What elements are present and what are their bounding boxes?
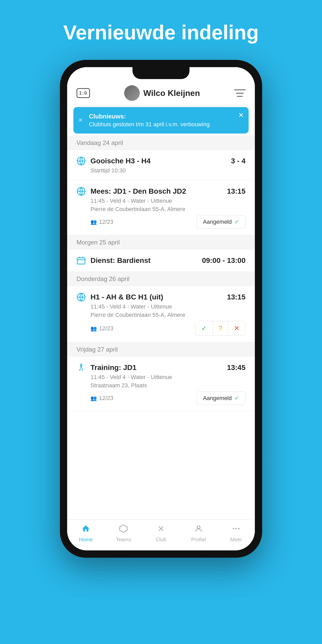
news-close-icon[interactable]: ✕: [238, 111, 244, 119]
event-bardienst: Dienst: Bardienst 09:00 - 13:00: [67, 250, 255, 272]
event-mees-jd1: Mees: JD1 - Den Bosch JD2 13:15 11:45 - …: [67, 180, 255, 235]
phone-frame: 1:0 Wilco Kleijnen ✕ Clubnieuws: Clubhui…: [60, 60, 262, 558]
aangemeld-button-1[interactable]: Aangemeld ✓: [197, 215, 246, 229]
event5-players: 👥 12/23: [90, 395, 113, 402]
svg-rect-2: [77, 258, 85, 264]
event1-title: Gooische H3 - H4: [90, 157, 151, 165]
players-icon-2: 👥: [90, 325, 97, 332]
svg-point-9: [235, 528, 237, 529]
user-name: Wilco Kleijnen: [143, 88, 200, 98]
nav-teams-label: Teams: [116, 537, 131, 543]
service-icon: [76, 256, 86, 265]
club-icon: [157, 524, 165, 535]
profile-section: Wilco Kleijnen: [90, 85, 234, 101]
event-h1-ahbc: H1 - AH & BC H1 (uit) 13:15 11:45 - Veld…: [67, 286, 255, 342]
players-icon: 👥: [90, 219, 97, 225]
event4-title: H1 - AH & BC H1 (uit): [90, 293, 163, 301]
news-body: Clubhuis gesloten t/m 31 april i.v.m. ve…: [89, 121, 233, 128]
phone-notch: [132, 67, 190, 79]
avatar-image: [124, 85, 140, 101]
event2-address: Pierre de Coubertinlaan 55-A, Almere: [76, 206, 246, 213]
nav-profiel-label: Profiel: [191, 537, 206, 543]
nav-club-label: Club: [156, 537, 166, 543]
nav-meer[interactable]: Meer: [217, 524, 255, 543]
nav-meer-label: Meer: [230, 537, 242, 543]
event-training-jd1: Training: JD1 13:45 11:45 - Veld 4 - Wat…: [67, 357, 255, 411]
event5-address: Straatnaam 23, Plaats: [76, 382, 246, 389]
nav-home[interactable]: Home: [67, 524, 105, 543]
event4-time: 13:15: [227, 293, 246, 301]
meer-icon: [232, 524, 241, 535]
phone-screen: 1:0 Wilco Kleijnen ✕ Clubnieuws: Clubhui…: [67, 67, 255, 550]
event-gooische: Gooische H3 - H4 3 - 4 Starttijd 10:30: [67, 150, 255, 180]
players-icon-3: 👥: [90, 395, 97, 401]
nav-profiel[interactable]: Profiel: [180, 524, 217, 543]
nav-home-label: Home: [79, 537, 93, 543]
date-header-tomorrow: Morgen 25 april: [67, 235, 255, 250]
training-icon: [76, 363, 86, 372]
svg-point-4: [80, 364, 82, 366]
news-title: Clubnieuws:: [89, 113, 233, 120]
event5-sub1: 11:45 - Veld 4 - Water - Uittenue: [76, 374, 246, 381]
event4-sub1: 11:45 - Veld 4 - Water - Uittenue: [76, 303, 246, 310]
svg-point-8: [233, 528, 234, 529]
event3-title: Dienst: Bardienst: [90, 256, 151, 265]
avail-maybe-button[interactable]: ?: [213, 321, 228, 335]
event4-address: Pierre de Coubertinlaan 55-A, Almere: [76, 312, 246, 318]
profiel-icon: [194, 524, 203, 535]
event3-time: 09:00 - 13:00: [202, 256, 246, 265]
teams-icon: [119, 524, 128, 535]
aangemeld-button-2[interactable]: Aangemeld ✓: [197, 391, 246, 405]
event2-time: 13:15: [227, 187, 246, 195]
availability-buttons[interactable]: ✓ ? ✕: [195, 321, 246, 336]
schedule-scroll[interactable]: Vandaag 24 april Gooische H3 - H4 3 - 4: [67, 136, 255, 519]
date-header-friday: Vrijdag 27 april: [67, 342, 255, 357]
match-icon: [76, 156, 86, 166]
event5-time: 13:45: [227, 363, 246, 372]
match-icon-3: [76, 292, 86, 302]
nav-teams[interactable]: Teams: [105, 524, 142, 543]
event2-players: 👥 12/23: [90, 219, 113, 225]
news-banner: ✕ Clubnieuws: Clubhuis gesloten t/m 31 a…: [73, 107, 249, 134]
date-header-thursday: Donderdag 26 april: [67, 272, 255, 286]
event2-title: Mees: JD1 - Den Bosch JD2: [90, 187, 186, 195]
filter-icon[interactable]: [234, 88, 246, 98]
home-icon: [81, 524, 90, 535]
score-icon[interactable]: 1:0: [76, 88, 90, 98]
event1-sub: Starttijd 10:30: [76, 167, 246, 174]
event5-title: Training: JD1: [90, 363, 136, 372]
svg-point-7: [197, 526, 200, 529]
avail-no-button[interactable]: ✕: [228, 321, 245, 335]
event4-players: 👥 12/23: [90, 325, 113, 332]
bottom-nav: Home Teams Club: [67, 519, 255, 550]
svg-point-10: [238, 528, 240, 529]
match-icon-2: [76, 187, 86, 196]
avail-yes-button[interactable]: ✓: [195, 321, 213, 335]
nav-club[interactable]: Club: [142, 524, 180, 543]
page-title: Vernieuwde indeling: [0, 21, 322, 44]
news-x-icon: ✕: [78, 117, 83, 124]
date-header-today: Vandaag 24 april: [67, 136, 255, 150]
avatar[interactable]: [124, 85, 140, 101]
event2-sub1: 11:45 - Veld 4 - Water - Uittenue: [76, 198, 246, 204]
event1-time: 3 - 4: [231, 157, 246, 165]
